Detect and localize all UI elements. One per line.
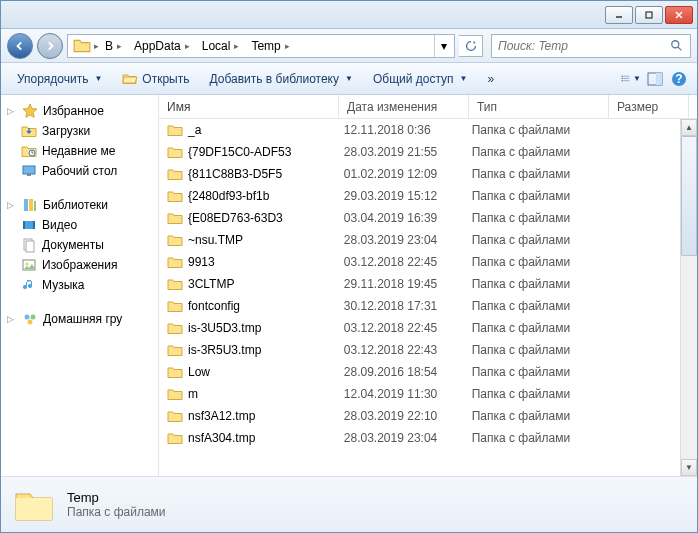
details-name: Temp: [67, 490, 166, 505]
column-type[interactable]: Тип: [469, 95, 609, 118]
video-icon: [21, 217, 37, 233]
file-type: Папка с файлами: [464, 431, 602, 445]
file-name: ~nsu.TMP: [188, 233, 243, 247]
file-name: {79DF15C0-ADF53: [188, 145, 291, 159]
file-type: Папка с файлами: [464, 167, 602, 181]
sidebar-item-video[interactable]: Видео: [3, 215, 156, 235]
expand-icon: ▷: [7, 314, 17, 324]
file-row[interactable]: nsf3A12.tmp28.03.2019 22:10Папка с файла…: [159, 405, 680, 427]
sidebar-item-desktop[interactable]: Рабочий стол: [3, 161, 156, 181]
more-button[interactable]: »: [479, 69, 502, 89]
file-row[interactable]: 3CLTMP29.11.2018 19:45Папка с файлами: [159, 273, 680, 295]
sidebar-libraries-header[interactable]: ▷ Библиотеки: [3, 195, 156, 215]
downloads-icon: [21, 123, 37, 139]
search-box[interactable]: [491, 34, 691, 58]
file-date: 28.03.2019 23:04: [336, 431, 464, 445]
svg-rect-21: [34, 201, 36, 211]
file-row[interactable]: m12.04.2019 11:30Папка с файлами: [159, 383, 680, 405]
svg-point-28: [26, 263, 29, 266]
libraries-icon: [22, 197, 38, 213]
breadcrumb-segment[interactable]: AppData▸: [128, 35, 196, 57]
file-type: Папка с файлами: [464, 233, 602, 247]
file-name: {E08ED763-63D3: [188, 211, 283, 225]
svg-rect-18: [27, 174, 31, 176]
file-row[interactable]: Low28.09.2016 18:54Папка с файлами: [159, 361, 680, 383]
breadcrumb-segment[interactable]: Local▸: [196, 35, 246, 57]
file-date: 03.12.2018 22:45: [336, 321, 464, 335]
breadcrumb[interactable]: ▸ B▸ AppData▸ Local▸ Temp▸ ▾: [67, 34, 455, 58]
sidebar-item-documents[interactable]: Документы: [3, 235, 156, 255]
column-name[interactable]: Имя: [159, 95, 339, 118]
svg-rect-19: [24, 199, 28, 211]
scroll-thumb[interactable]: [681, 136, 697, 256]
file-rows: _a12.11.2018 0:36Папка с файлами{79DF15C…: [159, 119, 680, 476]
file-row[interactable]: 991303.12.2018 22:45Папка с файлами: [159, 251, 680, 273]
file-type: Папка с файлами: [464, 123, 602, 137]
sidebar-homegroup-header[interactable]: ▷ Домашняя гру: [3, 309, 156, 329]
file-row[interactable]: nsfA304.tmp28.03.2019 23:04Папка с файла…: [159, 427, 680, 449]
file-row[interactable]: is-3R5U3.tmp03.12.2018 22:43Папка с файл…: [159, 339, 680, 361]
scrollbar[interactable]: ▲ ▼: [680, 119, 697, 476]
svg-line-5: [678, 46, 682, 50]
column-size[interactable]: Размер: [609, 95, 689, 118]
file-date: 01.02.2019 12:09: [336, 167, 464, 181]
file-row[interactable]: ~nsu.TMP28.03.2019 23:04Папка с файлами: [159, 229, 680, 251]
scroll-down-button[interactable]: ▼: [681, 459, 697, 476]
file-type: Папка с файлами: [464, 255, 602, 269]
open-button[interactable]: Открыть: [114, 69, 197, 89]
preview-pane-button[interactable]: [645, 69, 665, 89]
file-date: 28.03.2019 21:55: [336, 145, 464, 159]
sidebar-item-recent[interactable]: Недавние ме: [3, 141, 156, 161]
file-type: Папка с файлами: [464, 343, 602, 357]
scroll-up-button[interactable]: ▲: [681, 119, 697, 136]
search-input[interactable]: [498, 39, 670, 53]
file-row[interactable]: _a12.11.2018 0:36Папка с файлами: [159, 119, 680, 141]
file-type: Папка с файлами: [464, 387, 602, 401]
breadcrumb-segment[interactable]: Temp▸: [245, 35, 295, 57]
svg-rect-11: [624, 80, 630, 81]
sidebar-item-music[interactable]: Музыка: [3, 275, 156, 295]
back-button[interactable]: [7, 33, 33, 59]
file-date: 12.04.2019 11:30: [336, 387, 464, 401]
breadcrumb-segment[interactable]: B▸: [99, 35, 128, 57]
file-name: {2480df93-bf1b: [188, 189, 269, 203]
file-type: Папка с файлами: [464, 299, 602, 313]
file-row[interactable]: fontconfig30.12.2018 17:31Папка с файлам…: [159, 295, 680, 317]
file-row[interactable]: {79DF15C0-ADF5328.03.2019 21:55Папка с ф…: [159, 141, 680, 163]
sidebar-favorites-header[interactable]: ▷ Избранное: [3, 101, 156, 121]
refresh-button[interactable]: [459, 35, 483, 57]
file-row[interactable]: is-3U5D3.tmp03.12.2018 22:45Папка с файл…: [159, 317, 680, 339]
add-to-library-button[interactable]: Добавить в библиотеку▼: [201, 69, 360, 89]
file-row[interactable]: {811C88B3-D5F501.02.2019 12:09Папка с фа…: [159, 163, 680, 185]
maximize-button[interactable]: [635, 6, 663, 24]
close-button[interactable]: [665, 6, 693, 24]
svg-point-30: [31, 315, 36, 320]
folder-open-icon: [122, 72, 138, 86]
share-button[interactable]: Общий доступ▼: [365, 69, 476, 89]
file-date: 28.03.2019 22:10: [336, 409, 464, 423]
content-area: ▷ Избранное Загрузки Недавние ме Рабочий…: [1, 95, 697, 476]
column-date[interactable]: Дата изменения: [339, 95, 469, 118]
svg-rect-10: [622, 80, 624, 81]
file-name: Low: [188, 365, 210, 379]
sidebar-item-downloads[interactable]: Загрузки: [3, 121, 156, 141]
view-options-button[interactable]: ▼: [621, 69, 641, 89]
organize-button[interactable]: Упорядочить▼: [9, 69, 110, 89]
file-date: 03.12.2018 22:43: [336, 343, 464, 357]
file-row[interactable]: {E08ED763-63D303.04.2019 16:39Папка с фа…: [159, 207, 680, 229]
pictures-icon: [21, 257, 37, 273]
sidebar-item-pictures[interactable]: Изображения: [3, 255, 156, 275]
navigation-bar: ▸ B▸ AppData▸ Local▸ Temp▸ ▾: [1, 29, 697, 63]
breadcrumb-dropdown[interactable]: ▾: [434, 35, 452, 57]
file-type: Папка с файлами: [464, 409, 602, 423]
folder-icon: [73, 37, 91, 55]
file-name: 3CLTMP: [188, 277, 234, 291]
recent-icon: [21, 143, 37, 159]
svg-rect-8: [622, 77, 624, 78]
file-date: 29.03.2019 15:12: [336, 189, 464, 203]
titlebar: [1, 1, 697, 29]
minimize-button[interactable]: [605, 6, 633, 24]
help-button[interactable]: ?: [669, 69, 689, 89]
forward-button[interactable]: [37, 33, 63, 59]
file-row[interactable]: {2480df93-bf1b29.03.2019 15:12Папка с фа…: [159, 185, 680, 207]
